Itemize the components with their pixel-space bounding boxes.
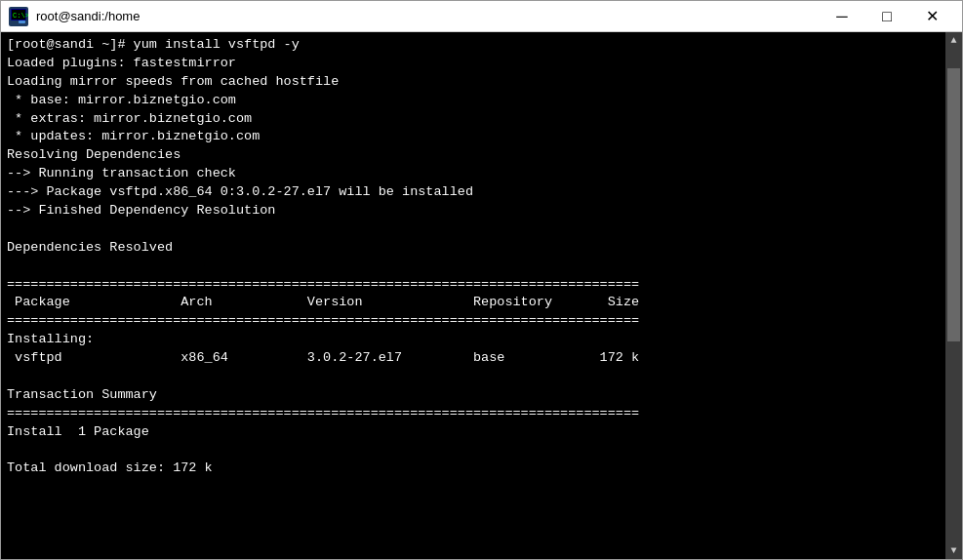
terminal-output: [root@sandi ~]# yum install vsftpd -y Lo… [1, 32, 945, 559]
svg-rect-5 [19, 20, 25, 23]
titlebar: C:\> root@sandi:/home ─ □ ✕ [1, 1, 962, 32]
titlebar-controls: ─ □ ✕ [820, 1, 954, 32]
terminal-window: C:\> root@sandi:/home ─ □ ✕ [root@sandi … [0, 0, 963, 560]
scrollbar-thumb[interactable] [947, 68, 960, 341]
scroll-down-arrow[interactable]: ▼ [945, 542, 962, 559]
scrollbar[interactable]: ▲ ▼ [945, 32, 962, 559]
titlebar-left: C:\> root@sandi:/home [9, 7, 140, 26]
terminal-area[interactable]: [root@sandi ~]# yum install vsftpd -y Lo… [1, 32, 962, 559]
terminal-icon: C:\> [9, 7, 28, 26]
titlebar-title: root@sandi:/home [36, 9, 140, 23]
minimize-button[interactable]: ─ [820, 1, 864, 32]
maximize-button[interactable]: □ [864, 1, 909, 32]
svg-rect-4 [12, 20, 18, 23]
close-button[interactable]: ✕ [909, 1, 954, 32]
svg-text:C:\>: C:\> [13, 12, 28, 20]
scroll-up-arrow[interactable]: ▲ [945, 32, 962, 49]
